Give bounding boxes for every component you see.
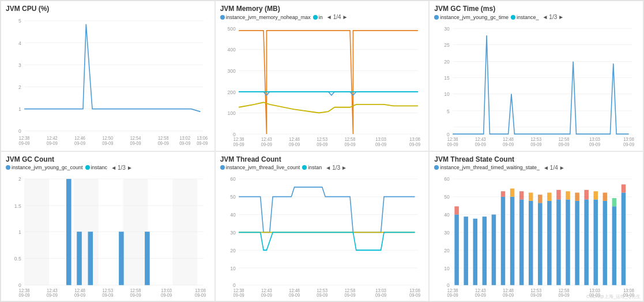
svg-text:09-09: 09-09 bbox=[158, 140, 170, 146]
svg-rect-97 bbox=[66, 178, 71, 285]
svg-rect-159 bbox=[455, 206, 460, 214]
svg-text:09-09: 09-09 bbox=[317, 292, 328, 297]
svg-text:09-09: 09-09 bbox=[447, 141, 459, 147]
svg-rect-164 bbox=[501, 196, 506, 285]
svg-rect-173 bbox=[538, 195, 543, 203]
panel-jvm-thread-state-title: JVM Thread State Count bbox=[434, 155, 638, 163]
svg-text:09-09: 09-09 bbox=[447, 292, 459, 297]
svg-text:09-09: 09-09 bbox=[289, 292, 300, 297]
svg-text:3: 3 bbox=[18, 62, 21, 68]
svg-rect-180 bbox=[575, 200, 580, 285]
legend-jvm-thread-state: instance_jvm_thread_timed_waiting_state_… bbox=[434, 165, 638, 171]
svg-text:500: 500 bbox=[227, 25, 235, 32]
svg-text:09-09: 09-09 bbox=[503, 141, 514, 147]
chart-jvm-memory: 500 400 300 200 100 0 12:38 09-09 12:43 … bbox=[220, 21, 424, 148]
nav-next-thread-count[interactable]: ► bbox=[341, 165, 347, 171]
legend-nav-thread-count[interactable]: ◄ 1/3 ► bbox=[325, 165, 347, 171]
svg-rect-176 bbox=[557, 199, 562, 285]
legend-nav-thread-state[interactable]: ◄ 1/4 ► bbox=[543, 165, 565, 171]
legend-label-thread-state-1: instance_jvm_thread_timed_waiting_state_ bbox=[440, 165, 540, 170]
nav-prev-thread-count[interactable]: ◄ bbox=[325, 165, 331, 171]
svg-text:25: 25 bbox=[445, 42, 450, 48]
legend-dot-gc-time-1 bbox=[434, 15, 439, 20]
chart-jvm-cpu: 5 4 3 2 1 0 12:38 09-09 12:42 09-09 12:4… bbox=[6, 14, 210, 148]
svg-text:09-09: 09-09 bbox=[531, 141, 543, 147]
svg-rect-161 bbox=[473, 218, 478, 285]
legend-dot-thread-count-1 bbox=[220, 165, 225, 170]
panel-jvm-memory: JVM Memory (MB) instance_jvm_memory_nohe… bbox=[215, 1, 430, 151]
nav-prev-gc-time[interactable]: ◄ bbox=[542, 14, 548, 20]
svg-text:09-09: 09-09 bbox=[130, 292, 141, 297]
svg-text:09-09: 09-09 bbox=[261, 292, 272, 297]
svg-rect-98 bbox=[77, 232, 82, 285]
nav-next-memory[interactable]: ► bbox=[342, 14, 348, 20]
legend-nav-memory[interactable]: ◄ 1/4 ► bbox=[326, 14, 348, 20]
svg-rect-168 bbox=[519, 199, 524, 285]
svg-rect-184 bbox=[594, 199, 598, 285]
nav-next-gc-time[interactable]: ► bbox=[558, 14, 564, 20]
svg-text:200: 200 bbox=[227, 89, 235, 95]
legend-dot-gc-count-2 bbox=[85, 165, 90, 170]
watermark: CSDN@上海_运维_Q先生 bbox=[586, 293, 641, 300]
svg-text:40: 40 bbox=[230, 211, 236, 217]
svg-text:09-09: 09-09 bbox=[47, 292, 58, 297]
svg-text:09-09: 09-09 bbox=[130, 140, 141, 146]
svg-text:20: 20 bbox=[445, 59, 450, 65]
svg-text:09-09: 09-09 bbox=[161, 292, 172, 297]
svg-rect-85 bbox=[123, 178, 148, 285]
nav-page-thread-state: 1/4 bbox=[550, 165, 558, 171]
svg-text:30: 30 bbox=[445, 229, 450, 235]
svg-text:09-09: 09-09 bbox=[531, 292, 543, 297]
legend-jvm-thread-count: instance_jvm_thread_live_count instan ◄ … bbox=[220, 165, 424, 171]
svg-rect-163 bbox=[492, 214, 496, 285]
svg-text:09-09: 09-09 bbox=[589, 141, 601, 147]
svg-rect-169 bbox=[519, 191, 524, 199]
legend-item-1: instance_jvm_memory_noheap_max bbox=[220, 14, 311, 20]
legend-gc-time-1: instance_jvm_young_gc_time bbox=[434, 14, 509, 20]
legend-gc-count-1: instance_jvm_young_gc_count bbox=[6, 165, 83, 170]
svg-text:20: 20 bbox=[230, 247, 236, 253]
legend-nav-gc-time[interactable]: ◄ 1/3 ► bbox=[542, 14, 564, 20]
svg-rect-158 bbox=[455, 214, 460, 285]
svg-rect-174 bbox=[547, 200, 552, 285]
svg-text:4: 4 bbox=[18, 40, 21, 46]
svg-rect-167 bbox=[510, 188, 515, 196]
svg-rect-100 bbox=[119, 232, 124, 285]
svg-text:09-09: 09-09 bbox=[344, 292, 356, 297]
svg-rect-182 bbox=[585, 199, 589, 285]
svg-rect-189 bbox=[612, 198, 617, 206]
svg-text:09-09: 09-09 bbox=[375, 292, 387, 297]
legend-label-gc-time-1: instance_jvm_young_gc_time bbox=[440, 14, 509, 20]
nav-prev-memory[interactable]: ◄ bbox=[326, 14, 332, 20]
svg-text:10: 10 bbox=[230, 265, 236, 271]
svg-text:100: 100 bbox=[227, 110, 235, 117]
svg-rect-83 bbox=[24, 178, 49, 285]
panel-jvm-gc-count-title: JVM GC Count bbox=[6, 155, 210, 163]
svg-text:30: 30 bbox=[445, 25, 450, 32]
chart-jvm-gc-time: 30 25 20 15 10 5 0 12:38 09-09 12:43 09-… bbox=[434, 21, 638, 148]
svg-text:1.5: 1.5 bbox=[14, 203, 21, 208]
legend-dot-gc-count-1 bbox=[6, 165, 10, 170]
svg-text:10: 10 bbox=[445, 265, 450, 271]
legend-dot-thread-count-2 bbox=[302, 165, 307, 170]
legend-dot-thread-state-1 bbox=[434, 165, 439, 170]
nav-page-thread-count: 1/3 bbox=[332, 165, 340, 171]
chart-jvm-gc-count: 2 1.5 1 0.5 0 12:38 09-09 12:43 bbox=[6, 172, 210, 299]
svg-rect-190 bbox=[622, 192, 626, 285]
legend-dot-2 bbox=[313, 15, 318, 20]
nav-prev-gc-count[interactable]: ◄ bbox=[111, 165, 116, 171]
panel-jvm-memory-title: JVM Memory (MB) bbox=[220, 5, 424, 13]
svg-text:5: 5 bbox=[18, 18, 21, 24]
panel-jvm-gc-time-title: JVM GC Time (ms) bbox=[434, 5, 638, 13]
nav-next-gc-count[interactable]: ► bbox=[127, 165, 133, 171]
svg-text:1: 1 bbox=[18, 229, 21, 234]
nav-next-thread-state[interactable]: ► bbox=[559, 165, 565, 171]
chart-jvm-thread-state: 60 50 40 30 20 10 0 bbox=[434, 172, 638, 299]
svg-rect-162 bbox=[483, 217, 487, 285]
nav-prev-thread-state[interactable]: ◄ bbox=[543, 165, 549, 171]
nav-page-memory: 1/4 bbox=[333, 14, 341, 20]
panel-jvm-thread-state: JVM Thread State Count instance_jvm_thre… bbox=[429, 151, 643, 302]
svg-rect-99 bbox=[88, 232, 93, 285]
svg-rect-172 bbox=[538, 203, 543, 285]
legend-nav-gc-count[interactable]: ◄ 1/3 ► bbox=[111, 165, 133, 171]
